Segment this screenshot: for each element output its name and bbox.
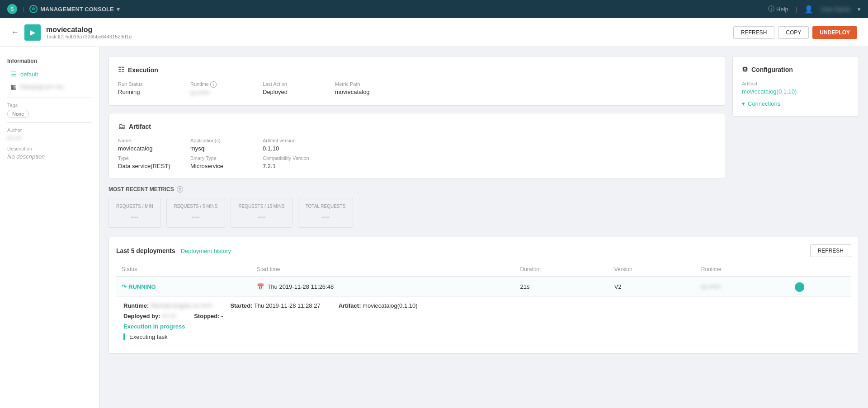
app-info: moviecatalog Task ID: 5db16a7324bbc64431… — [46, 26, 132, 39]
metric-card-1: REQUESTS / 5 MINS--- — [166, 198, 226, 228]
expanded-row-grid2: Deployed by: ••• ••• Stopped: - — [123, 313, 844, 319]
metric-card-0: REQUESTS / MIN--- — [108, 198, 161, 228]
expand-icon[interactable]: ⬤ — [794, 281, 804, 291]
metrics-title: MOST RECENT METRICS ? — [108, 186, 725, 192]
help-circle-icon: ⓘ — [768, 5, 774, 13]
tags-label: Tags — [7, 103, 92, 108]
nav-divider: | — [796, 6, 797, 13]
sidebar-item-default[interactable]: ☰ default — [7, 68, 92, 80]
version-cell: V2 — [609, 277, 696, 297]
expanded-cell: Runtime: Remote Engine re-•••••• Started… — [116, 297, 851, 346]
description-value: No description — [7, 153, 92, 160]
runtime-field: Runtime i re-•••••• — [190, 81, 245, 96]
execution-fields: Run Status Running Runtime i re-•••••• L… — [118, 81, 716, 96]
refresh-button[interactable]: REFRESH — [733, 26, 774, 39]
nav-right: ⓘ Help | 👤 User Name ▾ — [768, 5, 861, 14]
expanded-content: Runtime: Remote Engine re-•••••• Started… — [123, 302, 844, 340]
expanded-runtime: Runtime: Remote Engine re-•••••• — [123, 302, 212, 309]
expanded-started: Started: Thu 2019-11-28 11:28:27 — [230, 302, 320, 309]
expanded-deployed-by-label: Deployed by: — [123, 313, 160, 319]
col-start-time: Start time — [251, 263, 514, 277]
metric-path-field: Metric Path moviecatalog — [335, 81, 389, 96]
gear-icon: ⚙ — [742, 66, 748, 74]
calendar-icon: 📅 — [257, 283, 264, 290]
left-column: ☷ Execution Run Status Running Runtime i — [108, 56, 725, 228]
nav-logo: S — [7, 4, 17, 14]
expand-cell[interactable]: ⬤ — [789, 277, 851, 297]
chevron-down-icon: ▾ — [742, 100, 745, 107]
artifact-applications-field: Application(s) mysql Binary Type Microse… — [190, 138, 245, 169]
app-icon: ▶ — [24, 24, 41, 41]
artifact-version-field: Artifact version 0.1.10 Compatibility Ve… — [263, 138, 317, 169]
user-dropdown-icon: ▾ — [858, 6, 861, 13]
expanded-runtime-value: Remote Engine re-•••••• — [151, 302, 212, 309]
nav-dropdown-icon: ▾ — [117, 6, 120, 13]
deployments-refresh-button[interactable]: REFRESH — [810, 244, 851, 257]
nav-icon: ⚙ — [29, 5, 38, 13]
start-time-cell: 📅 Thu 2019-11-28 11:26:48 — [251, 277, 514, 297]
sidebar-information-title: Information — [7, 58, 92, 64]
sidebar-item-personal[interactable]: ▦ Personal (••• •••) — [7, 80, 92, 93]
help-section: ⓘ Help — [768, 5, 788, 13]
task-id: Task ID: 5db16a7324bbc64431529d1d — [46, 34, 132, 39]
deployments-section: Last 5 deployments Deployment history RE… — [108, 237, 859, 354]
expanded-deployed-by-value: ••• ••• — [162, 313, 176, 319]
content-area: ☷ Execution Run Status Running Runtime i — [99, 47, 868, 408]
deployment-history-link[interactable]: Deployment history — [181, 248, 231, 254]
execution-card: ☷ Execution Run Status Running Runtime i — [108, 56, 725, 106]
table-header-row: StatusStart timeDurationVersionRuntime — [116, 263, 851, 277]
metric-card-3: TOTAL REQUESTS--- — [298, 198, 354, 228]
artifact-fields: Name moviecatalog Type Data service(REST… — [118, 138, 716, 169]
expanded-stopped-label: Stopped: — [194, 313, 219, 319]
expanded-artifact-value: moviecatalog(0.1.10) — [363, 302, 417, 309]
header-actions: REFRESH COPY UNDEPLOY — [733, 26, 857, 39]
deployments-table: StatusStart timeDurationVersionRuntime ↷… — [116, 263, 851, 346]
header-left: ← ▶ moviecatalog Task ID: 5db16a7324bbc6… — [11, 24, 132, 41]
artifact-card: 🗂 Artifact Name moviecatalog Type Data s… — [108, 113, 725, 179]
undeploy-button[interactable]: UNDEPLOY — [812, 26, 857, 39]
duration-cell: 21s — [515, 277, 609, 297]
table-header: StatusStart timeDurationVersionRuntime — [116, 263, 851, 277]
artifact-icon: 🗂 — [118, 122, 125, 131]
table-body: ↷ RUNNING 📅 Thu 2019-11-28 11:26:48 21s … — [116, 277, 851, 346]
nav-separator: | — [23, 6, 24, 12]
expanded-row-grid: Runtime: Remote Engine re-•••••• Started… — [123, 302, 844, 309]
col-expand — [789, 263, 851, 277]
author-label: Author — [7, 127, 92, 133]
sidebar: Information ☰ default ▦ Personal (••• ••… — [0, 47, 99, 408]
deployments-header: Last 5 deployments Deployment history RE… — [116, 244, 851, 257]
col-status: Status — [116, 263, 251, 277]
col-duration: Duration — [515, 263, 609, 277]
sidebar-divider — [7, 98, 92, 98]
last-action-field: Last Action Deployed — [263, 81, 317, 96]
table-row: ↷ RUNNING 📅 Thu 2019-11-28 11:26:48 21s … — [116, 277, 851, 297]
right-panel: ⚙ Configuration Artifact moviecatalog(0.… — [732, 56, 859, 228]
artifact-config-link[interactable]: moviecatalog(0.1.10) — [742, 88, 849, 95]
grid-icon: ▦ — [11, 83, 17, 90]
runtime-info-icon: i — [210, 81, 217, 88]
metrics-section: MOST RECENT METRICS ? REQUESTS / MIN---R… — [108, 186, 725, 228]
expanded-row: Runtime: Remote Engine re-•••••• Started… — [116, 297, 851, 346]
main-layout: Information ☰ default ▦ Personal (••• ••… — [0, 47, 868, 408]
expanded-runtime-label: Runtime: — [123, 302, 149, 309]
connections-header[interactable]: ▾ Connections — [742, 100, 849, 107]
run-status-field: Run Status Running — [118, 81, 172, 96]
expanded-stopped-value: - — [221, 313, 223, 319]
execution-in-progress: Execution in progress — [123, 323, 844, 330]
executing-task: Executing task — [123, 333, 844, 340]
artifact-config-label: Artifact — [742, 81, 849, 86]
metrics-grid: REQUESTS / MIN---REQUESTS / 5 MINS---REQ… — [108, 198, 725, 228]
help-label: Help — [776, 6, 788, 13]
copy-button[interactable]: COPY — [778, 26, 809, 39]
sidebar-divider2 — [7, 122, 92, 123]
nav-left: S | ⚙ MANAGEMENT CONSOLE ▾ — [7, 4, 120, 14]
description-label: Description — [7, 146, 92, 151]
col-version: Version — [609, 263, 696, 277]
back-button[interactable]: ← — [11, 28, 19, 37]
execution-title: ☷ Execution — [118, 66, 716, 74]
deployments-title: Last 5 deployments — [116, 247, 175, 254]
header-bar: ← ▶ moviecatalog Task ID: 5db16a7324bbc6… — [0, 18, 868, 47]
user-avatar-icon: 👤 — [804, 5, 813, 14]
col-runtime: Runtime — [696, 263, 789, 277]
expanded-stopped: Stopped: - — [194, 313, 223, 319]
